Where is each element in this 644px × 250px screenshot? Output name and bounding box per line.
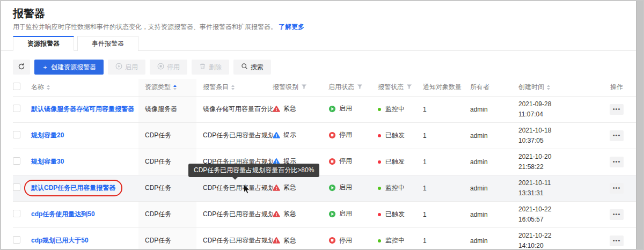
column-header-created-time[interactable]: 创建时间	[518, 79, 596, 96]
column-header-resource-type[interactable]: 资源类型	[138, 79, 196, 96]
resource-type: CDP任务	[145, 210, 171, 218]
column-header-enable-status[interactable]: 启用状态	[328, 79, 378, 96]
alarm-level-badge: 紧急	[273, 104, 296, 113]
row-checkbox[interactable]	[13, 105, 20, 112]
row-actions-button[interactable]: •••	[610, 104, 624, 115]
resource-type: CDP任务	[145, 131, 171, 139]
warning-triangle-icon	[273, 131, 280, 139]
alarm-status: 监控中	[385, 184, 405, 192]
table-body: 默认镜像服务器存储可用容量报警器 镜像服务器 镜像存储可用容量百分比<... 紧…	[13, 96, 638, 250]
owner: admin	[470, 237, 488, 245]
enable-status-badge: 启用	[328, 104, 352, 113]
created-time: 11:07:04	[518, 109, 596, 120]
tab-event-alarms[interactable]: 事件报警器	[77, 36, 138, 51]
play-circle-icon	[328, 184, 336, 192]
delete-button[interactable]: 删除	[192, 60, 229, 75]
status-dot-icon	[378, 239, 381, 242]
sort-icon	[47, 85, 50, 90]
alarm-name-link[interactable]: 规划容量20	[31, 131, 64, 139]
alarm-name-link[interactable]: 规划容量30	[31, 158, 64, 165]
alarm-level-badge: 提示	[273, 130, 296, 139]
plus-icon: ＋	[42, 63, 48, 72]
tab-resource-alarms[interactable]: 资源报警器	[13, 36, 74, 51]
alarm-table: 名称 资源类型 报警条目 报警级别	[1, 79, 643, 250]
search-button[interactable]: 搜索	[233, 60, 271, 75]
created-date: 2021-10-22	[518, 231, 596, 241]
page-title: 报警器	[13, 6, 631, 20]
created-date: 2021-10-22	[518, 204, 596, 215]
owner: admin	[470, 185, 488, 192]
filter-icon	[301, 84, 307, 91]
warning-triangle-icon	[273, 105, 280, 113]
stop-circle-icon	[328, 131, 336, 139]
row-actions-button[interactable]: •••	[610, 236, 624, 246]
disable-button[interactable]: 停用	[150, 60, 187, 75]
notify-count: 1	[423, 106, 427, 113]
refresh-button[interactable]	[13, 60, 30, 75]
enable-status-badge: 停用	[328, 236, 352, 245]
alarm-level-badge: 紧急	[273, 183, 296, 192]
resource-type: CDP任务	[145, 237, 171, 244]
created-time: 16:05:57	[518, 215, 596, 225]
notify-count: 1	[423, 237, 427, 245]
alarm-name-link[interactable]: cdp任务使用量达到50	[31, 210, 95, 218]
page-header: 报警器 用于监控并响应时序性数据和事件的状态变化，支持资源报警器、事件报警器和扩…	[1, 1, 643, 31]
status-dot-icon	[378, 108, 381, 111]
create-alarm-button[interactable]: ＋ 创建资源报警器	[34, 60, 104, 75]
alarm-status: 监控中	[385, 105, 405, 113]
warning-triangle-icon	[273, 237, 280, 244]
sort-icon	[231, 85, 235, 90]
alarm-status: 监控中	[385, 237, 405, 244]
row-checkbox[interactable]	[13, 131, 20, 138]
stop-circle-icon	[328, 237, 336, 244]
alarm-entry: CDP任务已用容量占规划...	[203, 237, 273, 244]
status-dot-icon	[378, 134, 381, 137]
select-all-checkbox[interactable]	[13, 83, 20, 90]
row-actions-button[interactable]: •••	[610, 130, 624, 141]
resource-type: CDP任务	[145, 158, 171, 165]
status-dot-icon	[378, 213, 381, 216]
scrollbar-track[interactable]	[636, 1, 643, 250]
enable-status-badge: 停用	[328, 130, 352, 139]
row-checkbox[interactable]	[13, 236, 20, 244]
created-time: 14:10:20	[518, 241, 596, 250]
alarm-name-link[interactable]: cdp规划已用大于50	[31, 237, 89, 244]
owner: admin	[470, 211, 488, 218]
learn-more-link[interactable]: 了解更多	[279, 23, 304, 31]
table-row: 默认CDP任务已用容量报警器 CDP任务 CDP任务已用容量占规划... 紧急 …	[13, 175, 638, 201]
status-dot-icon	[378, 187, 381, 190]
resource-type: CDP任务	[145, 184, 171, 192]
column-header-owner: 所有者	[470, 79, 518, 96]
status-dot-icon	[378, 160, 381, 164]
column-header-name[interactable]: 名称	[31, 79, 138, 96]
alarm-entry: CDP任务已用容量占规划...	[203, 131, 273, 139]
row-actions-button[interactable]: •••	[610, 157, 624, 167]
table-row: cdp任务使用量达到50 CDP任务 CDP任务已用容量占规划... 紧急 启用	[13, 201, 638, 227]
column-header-alarm-level[interactable]: 报警级别	[273, 79, 328, 96]
play-circle-icon	[115, 63, 122, 71]
row-actions-button[interactable]: •••	[610, 183, 624, 194]
alarm-level-badge: 紧急	[273, 209, 296, 218]
enable-status-badge: 启用	[328, 209, 352, 218]
row-checkbox[interactable]	[13, 210, 20, 217]
toolbar: ＋ 创建资源报警器 启用 停用 删除 搜索	[1, 51, 643, 79]
alarm-name-link[interactable]: 默认镜像服务器存储可用容量报警器	[31, 105, 134, 113]
alarm-status: 已触发	[385, 210, 405, 218]
alarm-status: 已触发	[385, 158, 405, 165]
alarm-status: 已触发	[385, 131, 405, 139]
notify-count: 1	[423, 185, 427, 192]
column-header-alarm-entry[interactable]: 报警条目	[196, 79, 273, 96]
tooltip-arrow-icon	[232, 177, 238, 180]
stop-circle-icon	[157, 63, 164, 71]
enable-button[interactable]: 启用	[108, 60, 145, 75]
column-header-actions: 操作	[596, 79, 638, 96]
table-row: 默认镜像服务器存储可用容量报警器 镜像服务器 镜像存储可用容量百分比<... 紧…	[13, 96, 638, 122]
alarm-name-link[interactable]: 默认CDP任务已用容量报警器	[31, 184, 115, 192]
row-checkbox[interactable]	[13, 183, 20, 191]
row-checkbox[interactable]	[13, 157, 20, 165]
filter-icon	[357, 84, 363, 91]
row-actions-button[interactable]: •••	[610, 209, 624, 220]
alarm-page: 报警器 用于监控并响应时序性数据和事件的状态变化，支持资源报警器、事件报警器和扩…	[0, 0, 644, 250]
owner: admin	[470, 132, 488, 139]
column-header-alarm-status[interactable]: 报警状态	[378, 79, 423, 96]
